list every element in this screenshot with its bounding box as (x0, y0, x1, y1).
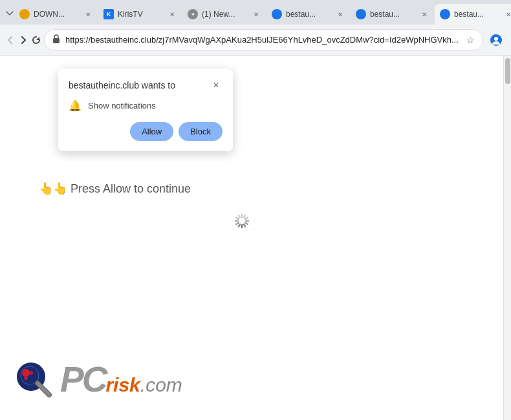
tab-6-favicon (440, 9, 450, 19)
pcrisk-icon (13, 359, 55, 401)
svg-line-19 (239, 224, 240, 226)
tab-5-label: bestau... (370, 10, 415, 19)
popup-close-button[interactable]: ✕ (210, 79, 223, 92)
tab-6-close[interactable]: ✕ (503, 9, 511, 19)
content-wrapper: bestautheinc.club wants to ✕ 🔔 Show noti… (0, 56, 511, 420)
toolbar-right (486, 30, 511, 50)
notification-popup: bestautheinc.club wants to ✕ 🔔 Show noti… (58, 68, 233, 151)
lock-icon (52, 34, 60, 45)
svg-line-20 (236, 223, 238, 224)
bell-icon: 🔔 (69, 100, 82, 112)
tab-1-favicon (19, 9, 30, 19)
tab-1-label: DOWN... (34, 10, 79, 19)
page-content: bestautheinc.club wants to ✕ 🔔 Show noti… (0, 56, 503, 420)
svg-line-16 (245, 223, 247, 224)
tab-2[interactable]: K KirisTV ✕ (98, 4, 182, 25)
tab-2-label: KirisTV (118, 10, 163, 19)
popup-title: bestautheinc.club wants to (69, 80, 175, 90)
account-button[interactable] (486, 30, 506, 50)
tab-4-close[interactable]: ✕ (335, 9, 345, 19)
tab-3-label: (1) New... (202, 10, 247, 19)
tab-3-close[interactable]: ✕ (251, 9, 261, 19)
svg-line-22 (236, 218, 238, 219)
browser-window: DOWN... ✕ K KirisTV ✕ ✦ (1) New... ✕ bes… (0, 0, 511, 420)
svg-point-27 (29, 371, 33, 375)
svg-line-23 (239, 215, 240, 217)
tab-2-favicon: K (103, 9, 114, 19)
svg-point-26 (22, 369, 30, 377)
block-button[interactable]: Block (179, 122, 223, 141)
svg-line-17 (244, 224, 245, 226)
reload-button[interactable] (31, 30, 41, 50)
forward-button[interactable] (18, 30, 28, 50)
url-text: https://bestautheinc.club/zj7rMVavqWgAXp… (65, 35, 459, 45)
tab-1[interactable]: DOWN... ✕ (14, 4, 98, 25)
toolbar: https://bestautheinc.club/zj7rMVavqWgAXp… (0, 25, 511, 56)
back-button[interactable] (5, 30, 16, 50)
allow-button[interactable]: Allow (130, 122, 173, 141)
tab-5-close[interactable]: ✕ (419, 9, 429, 19)
tab-4-label: bestau... (286, 10, 331, 19)
pc-text: PC (60, 362, 105, 397)
svg-point-28 (24, 376, 28, 380)
tab-6-label: bestau... (454, 10, 499, 19)
tab-1-close[interactable]: ✕ (83, 9, 93, 19)
tab-3-favicon: ✦ (188, 9, 198, 19)
risk-text: risk (105, 375, 140, 395)
tab-4-favicon (272, 9, 282, 19)
popup-header: bestautheinc.club wants to ✕ (69, 79, 223, 92)
svg-point-2 (494, 37, 498, 41)
pcrisk-logo: PC risk .com (13, 359, 182, 401)
tab-overflow-button[interactable] (5, 4, 14, 22)
tab-4[interactable]: bestau... ✕ (266, 4, 351, 25)
scrollbar[interactable] (503, 56, 511, 420)
tab-6-active[interactable]: bestau... ✕ (435, 4, 511, 25)
tab-5-favicon (356, 9, 366, 19)
loading-spinner (232, 211, 252, 234)
tab-bar: DOWN... ✕ K KirisTV ✕ ✦ (1) New... ✕ bes… (0, 0, 511, 25)
address-bar[interactable]: https://bestautheinc.club/zj7rMVavqWgAXp… (44, 29, 483, 51)
bookmark-icon[interactable]: ☆ (466, 35, 475, 45)
tab-2-close[interactable]: ✕ (167, 9, 177, 19)
svg-line-14 (245, 218, 247, 219)
tab-5[interactable]: bestau... ✕ (351, 4, 435, 25)
press-allow-content: 👆👆 Press Allow to continue (39, 182, 191, 196)
pcrisk-text: PC risk .com (60, 362, 182, 397)
svg-line-13 (244, 215, 245, 217)
com-text: .com (140, 375, 182, 395)
press-allow-text: 👆👆 Press Allow to continue (39, 182, 191, 196)
tab-3[interactable]: ✦ (1) New... ✕ (182, 4, 266, 25)
popup-notification-text: Show notifications (88, 101, 156, 110)
popup-notification-item: 🔔 Show notifications (69, 100, 223, 112)
svg-rect-0 (53, 38, 60, 43)
svg-line-30 (38, 383, 49, 395)
popup-buttons: Allow Block (69, 122, 223, 141)
scrollbar-thumb[interactable] (505, 58, 510, 84)
